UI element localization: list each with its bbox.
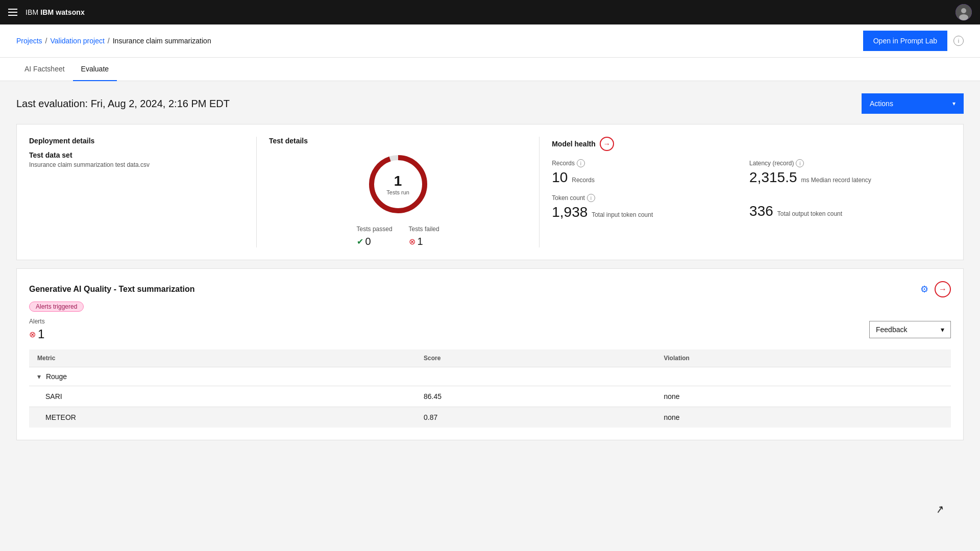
rouge-group-cell: ▾ Rouge [29, 367, 951, 386]
latency-info-icon[interactable]: i [796, 159, 804, 167]
tab-evaluate[interactable]: Evaluate [73, 58, 117, 81]
records-info-icon[interactable]: i [577, 159, 585, 167]
error-icon: ⊗ [409, 237, 415, 246]
top-navigation: IBM IBM watsonx [0, 0, 980, 24]
info-icon[interactable]: i [953, 36, 964, 46]
donut-center: 1 Tests run [386, 173, 409, 195]
tests-failed-stat: Tests failed ⊗ 1 [409, 226, 439, 247]
svg-point-1 [961, 8, 966, 13]
quality-section: Generative AI Quality - Text summarizati… [16, 268, 964, 440]
brand-logo: IBM IBM watsonx [26, 8, 85, 16]
table-row: METEOR 0.87 none [29, 407, 951, 428]
quality-icons: ⚙ → [920, 281, 951, 297]
output-token-unit: Total output token count [777, 210, 842, 217]
cards-row: Deployment details Test data set Insuran… [16, 124, 964, 260]
model-health-label: Model health [552, 140, 596, 148]
deployment-details-section: Deployment details Test data set Insuran… [29, 137, 257, 247]
tests-passed-number: 0 [365, 236, 371, 247]
output-token-metric: 336 Total output token count [749, 194, 939, 220]
token-info-icon[interactable]: i [587, 194, 595, 202]
latency-label: Latency (record) [749, 160, 794, 167]
violation-sari: none [655, 386, 951, 407]
metric-meteor: METEOR [29, 407, 415, 428]
records-label: Records [552, 160, 575, 167]
records-metric: Records i 10 Records [552, 159, 741, 186]
test-data-set-label: Test data set [29, 151, 244, 159]
score-col-header: Score [415, 349, 655, 367]
latency-metric: Latency (record) i 2,315.5 ms Median rec… [749, 159, 939, 186]
main-content: Last evaluation: Fri, Aug 2, 2024, 2:16 … [0, 81, 980, 461]
latency-value-row: 2,315.5 ms Median record latency [749, 169, 939, 186]
feedback-dropdown[interactable]: Feedback ▾ [869, 321, 951, 338]
alerts-block: Alerts ⊗ 1 [29, 318, 45, 341]
model-health-grid: Records i 10 Records Latency (record) i … [552, 159, 939, 220]
tests-failed-value-row: ⊗ 1 [409, 236, 423, 247]
score-meteor: 0.87 [415, 407, 655, 428]
latency-label-row: Latency (record) i [749, 159, 939, 167]
model-health-title-row: Model health → [552, 137, 939, 151]
alerts-row: Alerts ⊗ 1 Feedback ▾ [29, 318, 951, 341]
breadcrumb-separator-2: / [108, 37, 110, 45]
records-unit: Records [572, 177, 595, 184]
breadcrumb-separator-1: / [45, 37, 47, 45]
model-health-section: Model health → Records i 10 Records [540, 137, 951, 247]
input-token-row: 1,938 Total input token count [552, 204, 741, 220]
score-sari: 86.45 [415, 386, 655, 407]
records-value-row: 10 Records [552, 169, 741, 186]
tests-run-label: Tests run [386, 189, 409, 195]
latency-unit: ms Median record latency [801, 177, 871, 184]
violation-meteor: none [655, 407, 951, 428]
metrics-table: Metric Score Violation ▾ Rouge SARI 86.4… [29, 349, 951, 428]
open-prompt-lab-button[interactable]: Open in Prompt Lab [863, 31, 947, 51]
records-label-row: Records i [552, 159, 741, 167]
output-token-row: 336 Total output token count [749, 203, 939, 219]
latency-value: 2,315.5 [749, 169, 797, 185]
breadcrumb-projects-link[interactable]: Projects [16, 37, 42, 45]
breadcrumb-bar: Projects / Validation project / Insuranc… [0, 24, 980, 58]
model-health-arrow-button[interactable]: → [600, 137, 614, 151]
metric-sari: SARI [29, 386, 415, 407]
metric-col-header: Metric [29, 349, 415, 367]
output-token-value: 336 [749, 203, 773, 219]
input-token-value: 1,938 [552, 204, 587, 220]
tests-failed-number: 1 [418, 236, 423, 247]
tab-ai-factsheet[interactable]: AI Factsheet [16, 58, 73, 81]
quality-header: Generative AI Quality - Text summarizati… [29, 281, 951, 297]
deployment-details-title: Deployment details [29, 137, 244, 145]
quality-arrow-button[interactable]: → [935, 281, 951, 297]
feedback-chevron-icon: ▾ [941, 325, 944, 334]
token-count-label-row: Token count i [552, 194, 741, 202]
filter-icon[interactable]: ⚙ [920, 284, 928, 295]
test-data-set-value: Insurance claim summarization test data.… [29, 161, 244, 168]
test-details-section: Test details 1 Tests run [257, 137, 540, 247]
donut-chart: 1 Tests run [365, 151, 431, 217]
alerts-count: ⊗ 1 [29, 327, 45, 341]
breadcrumb-current-page: Insurance claim summarization [113, 37, 211, 45]
tests-passed-value-row: ✔ 0 [357, 236, 371, 247]
token-count-metric: Token count i 1,938 Total input token co… [552, 194, 741, 220]
records-value: 10 [552, 169, 568, 185]
actions-button[interactable]: Actions ▾ [862, 93, 964, 114]
tests-stats-row: Tests passed ✔ 0 Tests failed ⊗ 1 [357, 226, 439, 247]
alerts-triggered-badge: Alerts triggered [29, 302, 84, 312]
input-token-unit: Total input token count [592, 211, 653, 218]
table-header-row: Metric Score Violation [29, 349, 951, 367]
token-count-label: Token count [552, 194, 585, 202]
tests-passed-stat: Tests passed ✔ 0 [357, 226, 393, 247]
collapse-icon[interactable]: ▾ [37, 372, 41, 381]
hamburger-menu[interactable] [8, 9, 17, 16]
rouge-group-row: ▾ Rouge [29, 367, 951, 386]
avatar[interactable] [955, 4, 972, 20]
tabs-bar: AI Factsheet Evaluate [0, 58, 980, 81]
donut-wrapper: 1 Tests run Tests passed ✔ 0 Tests faile… [269, 151, 527, 247]
breadcrumb-project-link[interactable]: Validation project [50, 37, 104, 45]
quality-title: Generative AI Quality - Text summarizati… [29, 285, 195, 294]
tests-passed-label: Tests passed [357, 226, 393, 233]
violation-col-header: Violation [655, 349, 951, 367]
alerts-number: 1 [38, 327, 44, 341]
alerts-label: Alerts [29, 318, 45, 325]
chevron-down-icon: ▾ [952, 100, 955, 107]
feedback-label: Feedback [876, 325, 907, 334]
check-icon: ✔ [357, 237, 363, 246]
svg-point-2 [959, 14, 968, 20]
